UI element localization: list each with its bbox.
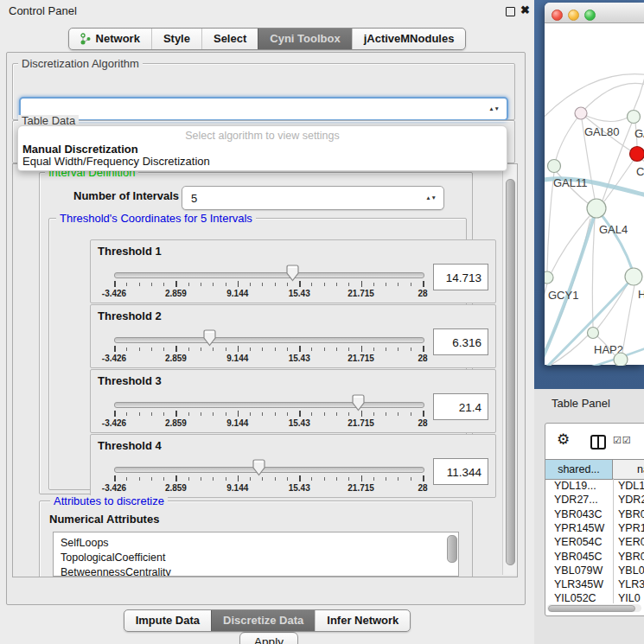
table-row-yer054c[interactable]: YER054CYER0 — [545, 535, 644, 550]
network-edge[interactable] — [556, 113, 581, 160]
threshold-value-field[interactable]: 14.713 — [433, 264, 488, 290]
scale-label: -3.426 — [102, 289, 126, 298]
panel-scrollbar-track[interactable] — [502, 164, 517, 575]
popup-option-manual-discretization[interactable]: Manual Discretization — [22, 143, 138, 156]
table-row-ydl19[interactable]: YDL19...YDL1 — [545, 479, 644, 494]
cell-name: YPR1 — [618, 521, 644, 535]
tab-jactivemnodules[interactable]: jActiveMNodules — [352, 29, 466, 49]
tick-mark — [299, 281, 301, 287]
network-node-gal4[interactable] — [587, 199, 606, 218]
tick-mark — [386, 283, 386, 286]
threshold-value-field[interactable]: 11.344 — [433, 458, 488, 485]
apply-button[interactable]: Apply — [239, 632, 298, 644]
tick-mark — [114, 411, 116, 417]
network-node-c[interactable] — [630, 147, 644, 162]
tab-discretize-data[interactable]: Discretize Data — [211, 610, 315, 631]
table-row-ypr145w[interactable]: YPR145WYPR1 — [545, 521, 644, 536]
tick-mark — [411, 477, 411, 481]
scale-label: 15.43 — [289, 289, 310, 298]
slider-handle[interactable] — [351, 394, 366, 411]
columns-icon[interactable] — [590, 435, 606, 450]
float-window-icon[interactable] — [506, 7, 515, 16]
popup-option-equal-width-frequency[interactable]: Equal Width/Frequency Discretization — [22, 155, 210, 168]
tick-mark — [386, 477, 386, 481]
threshold-label: Threshold 3 — [98, 374, 162, 387]
threshold-value-field[interactable]: 6.316 — [433, 328, 488, 355]
network-window-titlebar[interactable] — [545, 3, 644, 23]
network-edge[interactable] — [545, 284, 547, 316]
gear-icon[interactable]: ⚙ — [557, 432, 570, 447]
slider-handle[interactable] — [202, 329, 217, 347]
tick-mark — [175, 475, 177, 481]
tick-mark — [139, 412, 140, 416]
column-header-shared-name[interactable]: shared... — [545, 460, 613, 479]
slider-track[interactable] — [114, 467, 424, 473]
interval-definition-group: Interval Definition Number of Intervals … — [39, 172, 473, 494]
threshold-2-panel: Threshold 2-3.4262.8599.14415.4321.71528… — [90, 304, 496, 368]
tab-impute-data[interactable]: Impute Data — [124, 610, 211, 631]
tick-mark — [311, 412, 312, 416]
tick-mark — [151, 283, 152, 286]
network-canvas[interactable]: GAL80GACGAL11GAL4GCY1HHAP2 — [545, 23, 644, 366]
algorithm-combobox[interactable]: ▲▼ — [19, 97, 508, 121]
scale-label: 9.144 — [226, 289, 248, 298]
tick-mark — [324, 283, 325, 286]
tab-label: Network — [96, 32, 140, 45]
attribute-item-betweennesscentrality[interactable]: BetweennessCentrality — [54, 565, 458, 577]
tick-mark — [275, 477, 276, 481]
close-traffic-light-icon[interactable] — [552, 10, 563, 21]
panel-scrollbar-thumb[interactable] — [506, 179, 515, 565]
network-edge[interactable] — [604, 160, 634, 201]
close-icon[interactable]: ✖ — [520, 3, 530, 16]
column-header-name[interactable]: na — [613, 460, 644, 479]
network-node-gal11[interactable] — [548, 160, 561, 173]
table-row-ybr043c[interactable]: YBR043CYBR0 — [545, 507, 644, 522]
network-node-gal80[interactable] — [575, 107, 587, 119]
minimize-traffic-light-icon[interactable] — [568, 10, 579, 21]
table-hscrollbar-track[interactable] — [547, 604, 641, 612]
table-row-yil052c[interactable]: YIL052CYIL0 — [545, 591, 644, 603]
slider-track[interactable] — [114, 402, 424, 408]
tick-mark — [114, 475, 116, 481]
table-row-ydr27[interactable]: YDR27...YDR2 — [545, 493, 644, 507]
network-edge[interactable] — [592, 218, 595, 327]
network-node-h[interactable] — [625, 268, 642, 285]
slider-track[interactable] — [114, 272, 424, 278]
numerical-attributes-list[interactable]: SelfLoopsTopologicalCoefficientBetweenne… — [53, 532, 459, 577]
scale-label: 2.859 — [165, 289, 187, 298]
network-node-gcy1[interactable] — [545, 271, 553, 284]
attribute-item-selfloops[interactable]: SelfLoops — [54, 536, 458, 551]
network-node[interactable] — [614, 353, 628, 366]
tab-style[interactable]: Style — [151, 29, 201, 49]
tick-mark — [226, 283, 226, 286]
scale-label: 2.859 — [165, 418, 187, 428]
table-row-ylr345w[interactable]: YLR345WYLR3 — [545, 577, 644, 592]
threshold-value-field[interactable]: 21.4 — [433, 393, 488, 420]
network-node-ga[interactable] — [628, 111, 641, 124]
slider-handle[interactable] — [252, 459, 266, 476]
network-edge[interactable] — [581, 113, 628, 121]
network-edge[interactable] — [622, 285, 634, 353]
slider-handle[interactable] — [285, 265, 300, 282]
tick-mark — [361, 281, 363, 287]
tab-infer-network[interactable]: Infer Network — [315, 610, 410, 631]
control-panel-title: Control Panel — [9, 4, 77, 17]
checkbox-icons[interactable]: ☑☑ — [613, 435, 632, 446]
attribute-item-topologicalcoefficient[interactable]: TopologicalCoefficient — [54, 551, 458, 565]
tab-network[interactable]: Network — [69, 29, 151, 49]
network-node-hap2[interactable] — [588, 328, 599, 339]
slider-track[interactable] — [114, 337, 424, 343]
network-node-label: GA — [634, 127, 644, 140]
tab-cyni-toolbox[interactable]: Cyni Toolbox — [258, 29, 351, 49]
scale-label: 9.144 — [226, 354, 248, 363]
tab-select[interactable]: Select — [201, 29, 258, 49]
number-of-intervals-combobox[interactable]: 5 ▲▼ — [182, 186, 444, 210]
number-of-intervals-label: Number of Intervals — [73, 189, 179, 202]
table-row-ybr045c[interactable]: YBR045CYBR0 — [545, 550, 644, 564]
cell-name: YER0 — [618, 535, 644, 549]
network-edge[interactable] — [634, 73, 644, 110]
table-hscrollbar-thumb[interactable] — [548, 605, 635, 612]
attribute-list-scrollbar[interactable] — [447, 535, 457, 563]
zoom-traffic-light-icon[interactable] — [584, 10, 596, 21]
table-row-ybl079w[interactable]: YBL079WYBL0 — [545, 564, 644, 578]
